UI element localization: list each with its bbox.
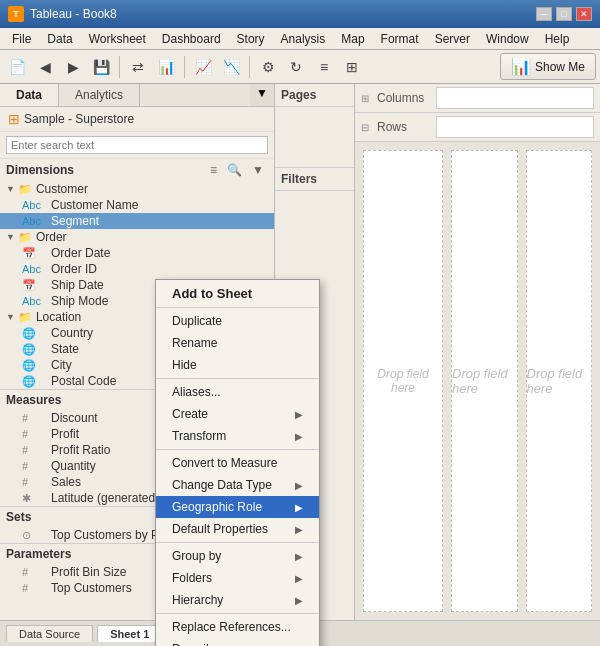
order-folder-icon: 📁 <box>18 231 32 244</box>
ctx-folders[interactable]: Folders ▶ <box>156 567 319 589</box>
toolbar-new[interactable]: 📄 <box>4 54 30 80</box>
ctx-group-by-arrow: ▶ <box>295 551 303 562</box>
show-me-icon: 📊 <box>511 57 531 76</box>
separator-1 <box>119 56 120 78</box>
field-order-date[interactable]: 📅 Order Date <box>0 245 274 261</box>
columns-shelf: ⊞ Columns <box>355 84 600 113</box>
ctx-default-props-label: Default Properties <box>172 522 268 536</box>
ctx-convert-to-measure[interactable]: Convert to Measure <box>156 452 319 474</box>
field-label-order-date: Order Date <box>51 246 110 260</box>
ctx-folders-label: Folders <box>172 571 212 585</box>
type-hash-icon-3: # <box>22 444 47 456</box>
show-me-button[interactable]: 📊 Show Me <box>500 53 596 80</box>
field-label-postal-code: Postal Code <box>51 374 116 388</box>
filters-label: Filters <box>275 167 354 191</box>
category-order[interactable]: ▼ 📁 Order <box>0 229 274 245</box>
toolbar-filter[interactable]: ⚙ <box>255 54 281 80</box>
type-abc-icon-2: Abc <box>22 215 47 227</box>
field-order-id[interactable]: Abc Order ID <box>0 261 274 277</box>
type-globe-icon: 🌐 <box>22 327 47 340</box>
drop-field-right: Drop field here <box>451 150 518 612</box>
menu-map[interactable]: Map <box>333 30 372 48</box>
type-globe-icon-3: 🌐 <box>22 359 47 372</box>
ctx-hide[interactable]: Hide <box>156 354 319 376</box>
ctx-duplicate[interactable]: Duplicate <box>156 310 319 332</box>
ctx-group-by[interactable]: Group by ▶ <box>156 545 319 567</box>
ctx-hierarchy-label: Hierarchy <box>172 593 223 607</box>
toolbar-swap[interactable]: ⇄ <box>125 54 151 80</box>
field-customer-name[interactable]: Abc Customer Name <box>0 197 274 213</box>
search-input[interactable] <box>6 136 268 154</box>
maximize-button[interactable]: □ <box>556 7 572 21</box>
menu-analysis[interactable]: Analysis <box>273 30 334 48</box>
type-sparkle-icon: ✱ <box>22 492 47 505</box>
ctx-transform[interactable]: Transform ▶ <box>156 425 319 447</box>
location-folder-icon: 📁 <box>18 311 32 324</box>
search-box <box>0 132 274 159</box>
menu-window[interactable]: Window <box>478 30 537 48</box>
field-segment[interactable]: Abc Segment <box>0 213 274 229</box>
toolbar-forward[interactable]: ▶ <box>60 54 86 80</box>
toolbar-save[interactable]: 💾 <box>88 54 114 80</box>
toolbar-chart2[interactable]: 📉 <box>218 54 244 80</box>
ctx-hierarchy[interactable]: Hierarchy ▶ <box>156 589 319 611</box>
ctx-transform-arrow: ▶ <box>295 431 303 442</box>
toolbar-chart1[interactable]: 📈 <box>190 54 216 80</box>
sort-icon[interactable]: ≡ <box>206 161 221 179</box>
type-set-icon: ⊙ <box>22 529 47 542</box>
search-fields-icon[interactable]: 🔍 <box>223 161 246 179</box>
ctx-default-properties[interactable]: Default Properties ▶ <box>156 518 319 540</box>
ctx-describe[interactable]: Describe... <box>156 638 319 646</box>
ctx-aliases[interactable]: Aliases... <box>156 381 319 403</box>
show-me-label: Show Me <box>535 60 585 74</box>
ctx-rename[interactable]: Rename <box>156 332 319 354</box>
ctx-change-data-type[interactable]: Change Data Type ▶ <box>156 474 319 496</box>
ctx-aliases-label: Aliases... <box>172 385 221 399</box>
rows-drop-zone[interactable] <box>436 116 594 138</box>
menu-data[interactable]: Data <box>39 30 80 48</box>
menu-dashboard[interactable]: Dashboard <box>154 30 229 48</box>
field-label-customer-name: Customer Name <box>51 198 138 212</box>
toolbar-extra2[interactable]: ⊞ <box>339 54 365 80</box>
category-customer[interactable]: ▼ 📁 Customer <box>0 181 274 197</box>
menu-story[interactable]: Story <box>229 30 273 48</box>
ctx-convert-label: Convert to Measure <box>172 456 277 470</box>
pages-label: Pages <box>275 84 354 107</box>
type-globe-icon-4: 🌐 <box>22 375 47 388</box>
toolbar: 📄 ◀ ▶ 💾 ⇄ 📊 📈 📉 ⚙ ↻ ≡ ⊞ 📊 Show Me <box>0 50 600 84</box>
field-label-city: City <box>51 358 72 372</box>
menu-help[interactable]: Help <box>537 30 578 48</box>
customer-folder-icon: 📁 <box>18 183 32 196</box>
ctx-replace-references[interactable]: Replace References... <box>156 616 319 638</box>
ctx-replace-label: Replace References... <box>172 620 291 634</box>
ctx-add-to-sheet[interactable]: Add to Sheet <box>156 282 319 305</box>
panel-expand[interactable]: ▼ <box>250 84 274 106</box>
ctx-duplicate-label: Duplicate <box>172 314 222 328</box>
ctx-geographic-role[interactable]: Geographic Role ▶ <box>156 496 319 518</box>
close-button[interactable]: ✕ <box>576 7 592 21</box>
menu-bar: File Data Worksheet Dashboard Story Anal… <box>0 28 600 50</box>
tab-sheet-1[interactable]: Sheet 1 <box>97 625 162 642</box>
tab-data[interactable]: Data <box>0 84 59 106</box>
menu-server[interactable]: Server <box>427 30 478 48</box>
menu-worksheet[interactable]: Worksheet <box>81 30 154 48</box>
toolbar-back[interactable]: ◀ <box>32 54 58 80</box>
toolbar-extra1[interactable]: ≡ <box>311 54 337 80</box>
ctx-sep-3 <box>156 449 319 450</box>
toolbar-refresh[interactable]: ↻ <box>283 54 309 80</box>
toolbar-sort[interactable]: 📊 <box>153 54 179 80</box>
columns-drop-zone[interactable] <box>436 87 594 109</box>
triangle-customer: ▼ <box>6 184 15 194</box>
ctx-create[interactable]: Create ▶ <box>156 403 319 425</box>
menu-file[interactable]: File <box>4 30 39 48</box>
data-source-row[interactable]: ⊞ Sample - Superstore <box>0 107 274 132</box>
tab-analytics[interactable]: Analytics <box>59 84 140 106</box>
drop-field-main: Drop field here <box>526 150 593 612</box>
minimize-button[interactable]: ─ <box>536 7 552 21</box>
dimensions-title: Dimensions <box>6 163 74 177</box>
menu-format[interactable]: Format <box>373 30 427 48</box>
tab-data-source[interactable]: Data Source <box>6 625 93 642</box>
expand-icon[interactable]: ▼ <box>248 161 268 179</box>
field-label-latitude: Latitude (generated) <box>51 491 159 505</box>
right-panel: Pages Filters ⊞ Columns ⊟ Rows <box>275 84 600 620</box>
